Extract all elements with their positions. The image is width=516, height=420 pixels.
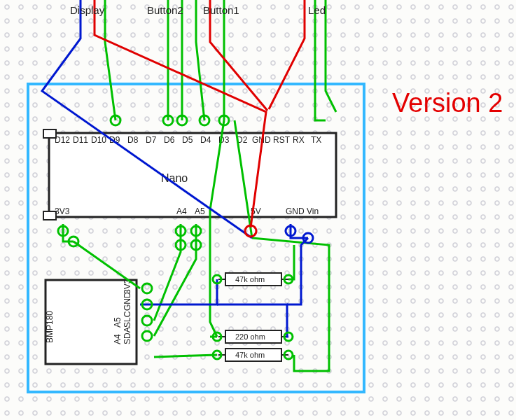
resistor-r1: 47k ohm	[218, 273, 288, 286]
svg-text:RX: RX	[293, 135, 305, 145]
svg-text:D5: D5	[182, 135, 193, 145]
svg-text:D4: D4	[200, 135, 211, 145]
svg-text:Vin: Vin	[307, 206, 319, 216]
svg-text:D11: D11	[73, 135, 88, 145]
svg-text:A4: A4	[113, 334, 123, 344]
resistor-r3: 47k ohm	[218, 349, 288, 361]
label-display: Display	[70, 4, 105, 16]
svg-text:A5: A5	[113, 317, 123, 328]
svg-text:D6: D6	[164, 135, 175, 145]
version-title: Version 2	[392, 88, 503, 118]
svg-rect-1	[49, 133, 336, 217]
svg-text:A4: A4	[176, 206, 187, 216]
svg-text:220 ohm: 220 ohm	[235, 332, 265, 341]
resistor-r2: 220 ohm	[218, 330, 288, 343]
sensor-bmp180: BMP180 3V3 GND SLC SDA A5 A4	[45, 279, 137, 364]
pins-top: D12 D11 D10 D9 D8 D7 D6 D5 D4 D3 D2 GND …	[55, 135, 321, 145]
sensor-label: BMP180	[45, 311, 55, 343]
label-button2: Button2	[147, 4, 183, 16]
svg-text:GND: GND	[286, 206, 305, 216]
svg-text:47k ohm: 47k ohm	[235, 351, 265, 359]
microcontroller: Nano D12 D11 D10 D9 D8 D7 D6 D5 D4 D3 D2…	[43, 130, 336, 220]
svg-text:D10: D10	[91, 135, 106, 145]
schematic: Version 2 Nano D12 D11 D10 D9 D8 D7 D6 D…	[0, 0, 516, 420]
svg-text:SDA: SDA	[123, 327, 132, 344]
svg-text:GND: GND	[123, 292, 132, 311]
svg-text:3V3: 3V3	[55, 206, 70, 216]
svg-text:47k ohm: 47k ohm	[235, 275, 265, 284]
svg-text:D12: D12	[55, 135, 70, 145]
svg-text:SLC: SLC	[123, 311, 132, 328]
svg-text:A5: A5	[195, 206, 205, 216]
label-button1: Button1	[203, 4, 239, 16]
svg-text:RST: RST	[273, 135, 291, 145]
svg-text:D7: D7	[146, 135, 157, 145]
svg-text:D8: D8	[127, 135, 139, 145]
label-led: Led	[308, 4, 326, 16]
svg-text:TX: TX	[311, 135, 321, 145]
